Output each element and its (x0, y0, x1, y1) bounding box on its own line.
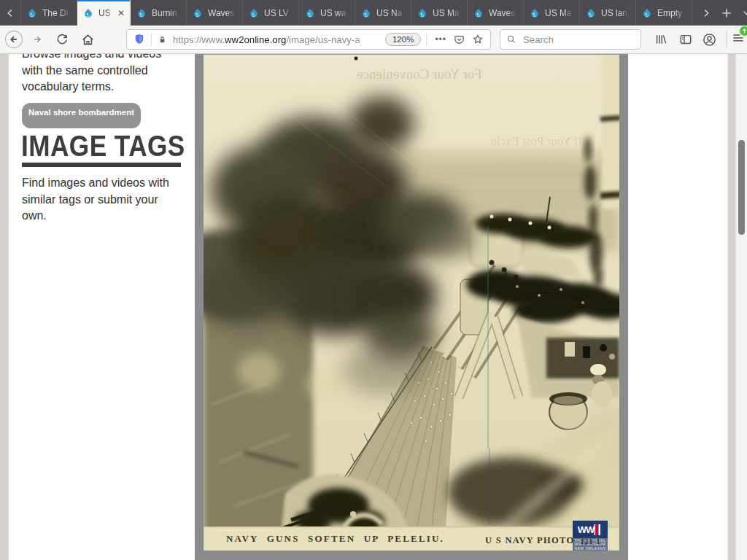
update-available-badge (740, 26, 747, 36)
drupal-favicon-icon (26, 7, 38, 19)
photo-artwork: For Your Convenience If Your Post Exclu … (204, 55, 619, 551)
photo-stain (305, 368, 340, 400)
search-bar[interactable] (500, 29, 641, 50)
tab-us-lv[interactable]: US LV (243, 0, 299, 26)
tab-us-na[interactable]: US Na (355, 0, 411, 26)
page-scrollbar[interactable] (735, 54, 747, 560)
tracking-protection-shield-icon (133, 33, 146, 46)
tab-title: US LV (264, 8, 293, 18)
photo-frame: For Your Convenience If Your Post Exclu … (195, 54, 628, 560)
toolbar-divider (726, 31, 727, 48)
tab-title: Waves (208, 8, 237, 18)
reload-button[interactable] (53, 30, 71, 49)
account-button[interactable] (700, 30, 719, 49)
sidebar-description-text: Find images and videos with similar tags… (22, 175, 181, 225)
drupal-favicon-icon (82, 7, 94, 19)
browser-window: The Di US ✕ Burnin Waves US LV US wa US … (0, 0, 747, 560)
tab-waves-1[interactable]: Waves (187, 0, 243, 26)
drupal-favicon-icon (192, 7, 204, 19)
scrollbar-thumb[interactable] (738, 140, 745, 235)
menu-button[interactable] (731, 31, 746, 48)
wwii-logo-bar-striped (600, 524, 603, 535)
tab-us-lan[interactable]: US lan (580, 0, 636, 26)
tab-title: US lan (601, 8, 630, 18)
library-button[interactable] (651, 30, 670, 49)
tab-title: Empty (657, 8, 686, 18)
close-tab-icon[interactable]: ✕ (117, 8, 125, 18)
search-input[interactable] (522, 34, 624, 46)
tab-title: US wa (320, 8, 349, 18)
wwii-logo-bar-red (595, 524, 598, 535)
drupal-favicon-icon (417, 7, 428, 19)
new-tab-button[interactable] (719, 4, 735, 22)
tabbar-controls (692, 0, 747, 26)
tab-title: US Na (376, 8, 406, 18)
drupal-favicon-icon (136, 7, 147, 19)
drupal-favicon-icon (304, 7, 316, 19)
drupal-favicon-icon (585, 7, 597, 19)
plus-icon (721, 7, 732, 19)
sidebar-icon (678, 32, 693, 47)
wwii-logo: WW (573, 521, 608, 538)
ghost-text-2: If Your Post Exclu (490, 134, 582, 148)
list-all-tabs-button[interactable] (739, 4, 747, 22)
tab-title: The Di (42, 8, 71, 18)
photo-caption: NAVY GUNS SOFTEN UP PELELIU. (226, 533, 444, 545)
tab-title: US Ma (433, 8, 462, 18)
chevron-left-icon (5, 8, 15, 18)
arrow-up-icon (741, 28, 747, 34)
drupal-favicon-icon (360, 7, 372, 19)
tab-empty[interactable]: Empty (636, 0, 692, 26)
tab-us-active[interactable]: US ✕ (77, 0, 131, 26)
wwii-logo-ww: WW (578, 524, 595, 535)
url-bar[interactable]: https://www.ww2online.org/image/us-navy-… (126, 29, 491, 50)
photo-credit: U S NAVY PHOTO (485, 535, 575, 546)
library-icon (654, 32, 668, 47)
webpage-viewport: Browse images and videos with the same c… (0, 54, 747, 560)
ghost-text-1: For Your Convenience (357, 66, 482, 82)
forward-button[interactable] (28, 30, 47, 49)
image-tags-heading: IMAGE TAGS (21, 130, 185, 163)
sidebar-intro-text: Browse images and videos with the same c… (22, 54, 177, 96)
chevron-down-icon (742, 8, 747, 18)
forward-arrow-icon (29, 31, 45, 47)
home-icon (80, 32, 96, 47)
tab-us-ma-2[interactable]: US Ma (524, 0, 580, 26)
tab-us-ma-1[interactable]: US Ma (411, 0, 468, 26)
photo-number: 121-1 (580, 537, 600, 545)
zoom-level-button[interactable]: 120% (385, 33, 421, 46)
url-path: /image/us-navy-a (286, 34, 360, 45)
drupal-favicon-icon (529, 7, 541, 19)
back-button[interactable] (4, 30, 23, 49)
overflow-tabs-right-button[interactable] (698, 4, 714, 22)
tab-title: Waves (489, 8, 518, 18)
bookmark-star-icon[interactable] (471, 33, 484, 46)
tab-waves-2[interactable]: Waves (468, 0, 524, 26)
foreground-structure-top-right (600, 55, 619, 209)
tag-naval-shore-bombardment[interactable]: Naval shore bombardment (22, 103, 141, 128)
home-button[interactable] (78, 30, 97, 49)
drupal-favicon-icon (473, 7, 484, 19)
sidebars-button[interactable] (676, 30, 695, 49)
url-scheme: https://www. (173, 34, 225, 45)
drupal-favicon-icon (248, 7, 260, 19)
watermark-line-3: NEW ORLEANS (574, 547, 606, 551)
back-arrow-icon (4, 30, 23, 49)
scroll-tabs-left-button[interactable] (0, 0, 21, 26)
pocket-icon[interactable] (453, 34, 465, 46)
ww2-navy-photo: For Your Convenience If Your Post Exclu … (204, 55, 619, 551)
tab-the-di[interactable]: The Di (21, 0, 77, 26)
url-domain: ww2online.org (225, 34, 286, 45)
navigation-toolbar: https://www.ww2online.org/image/us-navy-… (0, 26, 747, 54)
sailor-white-hat (590, 364, 606, 376)
tab-us-wa[interactable]: US wa (299, 0, 355, 26)
account-person-icon (702, 32, 717, 47)
heading-underline (22, 163, 181, 167)
urlbar-divider (426, 33, 427, 46)
tab-title: US (98, 8, 113, 18)
tab-burnin[interactable]: Burnin (131, 0, 187, 26)
drupal-favicon-icon (641, 7, 653, 19)
wwii-museum-watermark: WW THE NATIONAL WWII MUSEUM NEW ORLEANS (573, 521, 608, 551)
photo-stain (237, 352, 281, 390)
page-actions-icon[interactable]: ••• (435, 34, 446, 44)
